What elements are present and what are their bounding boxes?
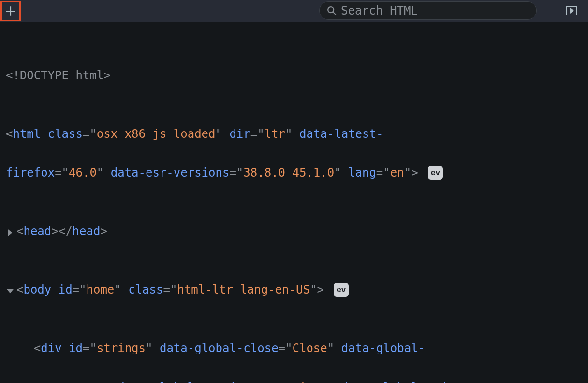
search-icon — [326, 5, 337, 16]
head-line[interactable]: <head></head> — [5, 221, 588, 241]
search-html-input[interactable] — [341, 4, 529, 17]
event-badge[interactable]: ev — [428, 166, 443, 180]
body-line[interactable]: <body id="home" class="html-ltr lang-en-… — [5, 280, 588, 299]
twisty-expanded-icon[interactable] — [6, 287, 15, 295]
expand-panes-button[interactable] — [564, 3, 579, 18]
html-open-line-2[interactable]: firefox="46.0" data-esr-versions="38.8.0… — [5, 163, 588, 182]
add-element-button[interactable] — [0, 1, 21, 21]
event-badge[interactable]: ev — [334, 283, 349, 297]
strings-line-2[interactable]: next="Next" data-global-previous="Previo… — [5, 378, 588, 383]
html-tree[interactable]: <!DOCTYPE html> <html class="osx x86 js … — [0, 22, 588, 383]
plus-icon — [4, 5, 17, 17]
html-open-line[interactable]: <html class="osx x86 js loaded" dir="ltr… — [5, 124, 588, 144]
strings-line-1[interactable]: <div id="strings" data-global-close="Clo… — [5, 339, 588, 358]
twisty-collapsed-icon[interactable] — [6, 228, 15, 237]
search-html-box[interactable] — [319, 1, 537, 20]
inspector-toolbar — [0, 0, 588, 22]
doctype-line[interactable]: <!DOCTYPE html> — [5, 66, 588, 85]
panel-toggle-icon — [566, 5, 577, 16]
